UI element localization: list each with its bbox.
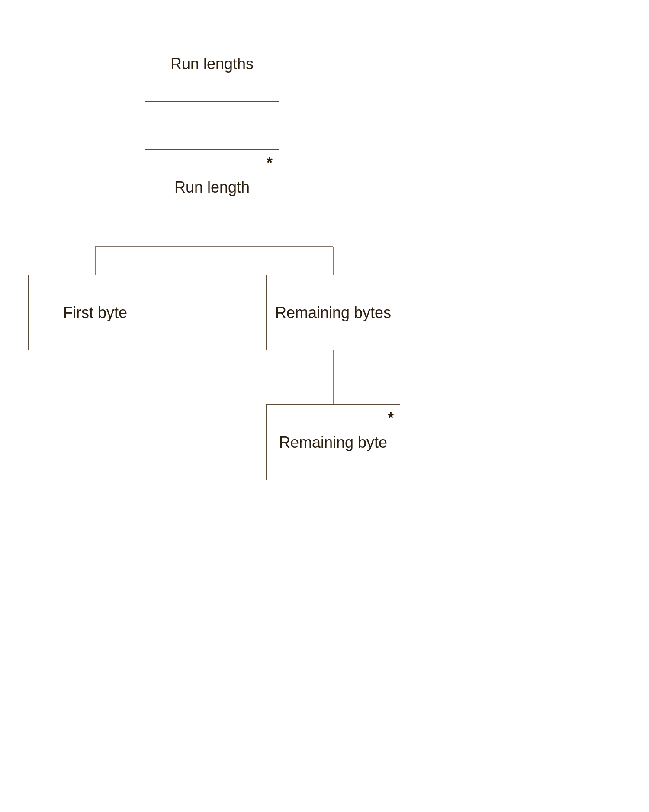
node-run-lengths: Run lengths <box>145 26 279 102</box>
node-remaining-bytes-label: Remaining bytes <box>275 304 391 322</box>
node-first-byte-label: First byte <box>63 304 127 322</box>
node-remaining-byte-label: Remaining byte <box>279 433 387 452</box>
node-run-length: * Run length <box>145 149 279 225</box>
node-remaining-byte-asterisk: * <box>388 409 394 427</box>
node-remaining-bytes: Remaining bytes <box>266 275 400 350</box>
node-run-lengths-label: Run lengths <box>170 55 254 73</box>
node-run-length-label: Run length <box>174 178 250 196</box>
node-run-length-asterisk: * <box>267 154 273 172</box>
node-first-byte: First byte <box>28 275 162 350</box>
diagram-container: Run lengths * Run length First byte Rema… <box>0 0 649 812</box>
node-remaining-byte: * Remaining byte <box>266 404 400 480</box>
